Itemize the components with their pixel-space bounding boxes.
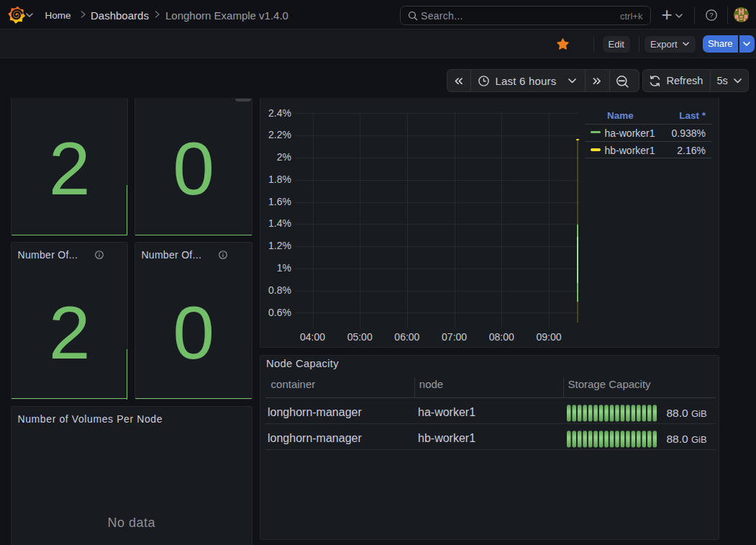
svg-text:?: ? bbox=[709, 11, 713, 19]
